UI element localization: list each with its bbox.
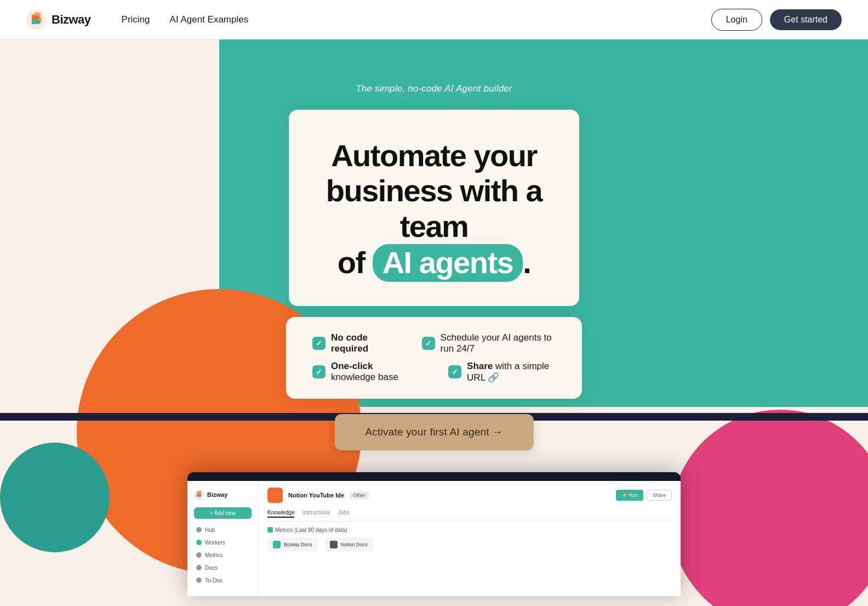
headline-line2: business with a team xyxy=(326,173,542,243)
headline-line1: Automate your xyxy=(331,138,537,173)
headline-line3-prefix: of xyxy=(338,245,365,280)
mockup-docs-row: Bizway Docs Notion Docs xyxy=(267,537,672,552)
logo-icon xyxy=(26,10,46,30)
headline-card: Automate your business with a team of AI… xyxy=(289,110,579,306)
tab-knowledge[interactable]: Knowledge xyxy=(267,508,294,518)
notion-doc-icon xyxy=(330,541,338,548)
mockup-nav-hub[interactable]: Hub xyxy=(194,524,252,536)
docs-icon xyxy=(196,565,202,570)
feature-oneclick-label: One-click knowledge base xyxy=(331,361,415,383)
mockup-logo: Bizway xyxy=(194,490,252,500)
mockup-sidebar: Bizway + Add new Hub Workers Metrics xyxy=(187,481,259,596)
tab-instructions[interactable]: Instructions xyxy=(302,508,330,518)
nav-actions: Login Get started xyxy=(711,9,842,31)
metrics-section-icon xyxy=(267,527,273,533)
mockup-add-btn[interactable]: + Add new xyxy=(194,507,252,519)
nav-links: Pricing AI Agent Examples xyxy=(122,14,249,25)
login-button[interactable]: Login xyxy=(711,9,762,31)
mockup-run-btn[interactable]: ⚡ Run xyxy=(616,490,643,501)
mockup-share-btn[interactable]: Share xyxy=(647,490,672,501)
hub-icon xyxy=(196,527,202,533)
logo-link[interactable]: Bizway xyxy=(26,10,91,30)
headline-suffix: . xyxy=(523,245,530,280)
mockup-agent-header: Notion YouTube Ide Other ⚡ Run Share xyxy=(267,488,672,503)
get-started-button[interactable]: Get started xyxy=(770,9,842,30)
feature-schedule: Schedule your AI agents to run 24/7 xyxy=(422,332,556,354)
feature-oneclick: One-click knowledge base xyxy=(312,361,415,383)
workers-icon xyxy=(196,540,202,545)
mockup-metrics-title: Metrics (Last 90 days of data) xyxy=(267,527,672,533)
mockup-nav-workers[interactable]: Workers xyxy=(194,537,252,548)
hero-section: The simple, no-code AI Agent builder Aut… xyxy=(0,39,868,606)
navbar: Bizway Pricing AI Agent Examples Login G… xyxy=(0,0,868,39)
features-card: No code required Schedule your AI agents… xyxy=(286,317,582,399)
mockup-body: Bizway + Add new Hub Workers Metrics xyxy=(187,481,681,596)
mockup-doc-notion[interactable]: Notion Docs xyxy=(324,537,373,552)
features-row-1: No code required Schedule your AI agents… xyxy=(312,332,556,354)
feature-schedule-label: Schedule your AI agents to run 24/7 xyxy=(441,332,556,354)
nav-link-ai-examples[interactable]: AI Agent Examples xyxy=(170,14,249,25)
mockup-nav-metrics[interactable]: Metrics xyxy=(194,550,252,561)
nav-link-pricing[interactable]: Pricing xyxy=(122,14,150,25)
mockup-logo-icon xyxy=(194,490,204,500)
bizway-doc-icon xyxy=(273,541,281,548)
agent-tag: Other xyxy=(350,491,369,499)
feature-share: Share with a simple URL 🔗 xyxy=(448,361,556,383)
todos-icon xyxy=(196,577,202,583)
check-icon-2 xyxy=(422,337,435,350)
mockup-nav-docs[interactable]: Docs xyxy=(194,562,252,574)
check-icon-4 xyxy=(448,365,461,378)
headline-text: Automate your business with a team of AI… xyxy=(322,138,546,282)
hero-subtitle: The simple, no-code AI Agent builder xyxy=(356,83,512,94)
tab-jobs[interactable]: Jobs xyxy=(338,508,350,518)
hero-content: The simple, no-code AI Agent builder Aut… xyxy=(0,39,868,596)
features-row-2: One-click knowledge base Share with a si… xyxy=(312,361,556,383)
cta-button[interactable]: Activate your first AI agent → xyxy=(335,414,534,450)
check-icon-1 xyxy=(312,337,326,350)
feature-share-label: Share with a simple URL 🔗 xyxy=(467,361,556,383)
headline-highlight: AI agents xyxy=(373,244,523,281)
app-mockup: Bizway + Add new Hub Workers Metrics xyxy=(187,472,681,596)
mockup-logo-text: Bizway xyxy=(207,491,227,498)
mockup-tabs: Knowledge Instructions Jobs xyxy=(267,508,672,522)
mockup-doc-bizway[interactable]: Bizway Docs xyxy=(267,537,318,552)
mockup-nav-todos[interactable]: To-Dos xyxy=(194,575,252,586)
feature-no-code: No code required xyxy=(312,332,389,354)
agent-name: Notion YouTube Ide xyxy=(288,492,344,499)
feature-no-code-label: No code required xyxy=(331,332,389,354)
logo-text: Bizway xyxy=(52,13,91,27)
agent-avatar xyxy=(267,488,283,503)
mockup-topbar xyxy=(187,472,681,481)
metrics-icon xyxy=(196,552,202,558)
check-icon-3 xyxy=(312,365,326,378)
mockup-main: Notion YouTube Ide Other ⚡ Run Share Kno… xyxy=(259,481,681,596)
